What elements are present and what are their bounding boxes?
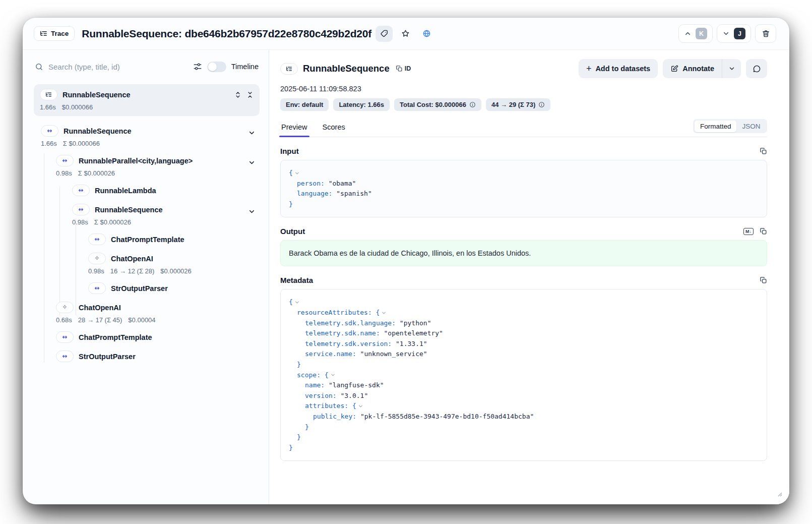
output-section-title: Output [280,227,305,236]
filter-sliders-icon[interactable] [193,62,202,71]
span-cost-sum: Σ $0.000026 [78,169,115,177]
collapse-all-icon[interactable] [246,91,254,98]
env-badge: Env: default [280,98,329,111]
metadata-json-viewer: { resourceAttributes: { telemetry.sdk.la… [280,289,767,461]
span-duration: 0.98s [56,169,72,177]
span-arrows-icon [61,334,68,340]
tags-button[interactable] [376,26,393,42]
sparkle-icon [61,304,68,311]
tree-row-chatopenai-2[interactable]: ChatOpenAI 0.68s 28 → 17 (Σ 45) $0.00004 [34,298,260,327]
copy-icon [396,65,403,72]
span-name: StrOutputParser [111,284,168,293]
kbd-hint-k: K [696,28,707,39]
trace-badge-label: Trace [51,30,69,37]
tree-row-runnablelambda[interactable]: RunnableLambda [34,181,260,200]
chevron-down-icon [722,30,730,37]
span-duration: 0.68s [56,316,72,324]
page-title: RunnableSequence: dbe646b2b67957d22e8780… [82,28,371,40]
trash-icon [762,29,770,38]
chevron-down-icon[interactable] [248,208,256,215]
span-tokens: 28 → 17 (Σ 45) [78,316,122,324]
chevron-down-icon[interactable] [248,129,256,137]
input-section: Input { person: "obama" language: "spani… [280,147,767,217]
list-tree-icon [40,30,47,37]
tree-row-runnablesequence-nested[interactable]: RunnableSequence 0.98s Σ $0.000026 [34,200,260,229]
collapse-chevron-icon[interactable] [330,372,336,378]
input-json-viewer: { person: "obama" language: "spanish" } [280,160,767,217]
plus-icon: + [586,64,592,73]
tree-row-chatprompttemplate[interactable]: ChatPromptTemplate [34,229,260,249]
search-input[interactable] [48,63,188,71]
info-icon[interactable] [469,101,476,108]
span-arrows-icon [61,157,68,164]
info-icon[interactable] [538,101,545,108]
add-to-datasets-label: Add to datasets [595,65,650,73]
span-tokens: 16 → 12 (Σ 28) [110,267,155,275]
search-icon [35,63,43,71]
chevron-up-icon [684,30,692,37]
detail-tabs: Preview Scores Formatted JSON [280,119,767,137]
trace-badge-pill [280,63,298,75]
span-name: ChatPromptTemplate [111,236,184,244]
trace-root-card[interactable]: RunnableSequence 1.66s $0.000066 [34,84,260,116]
tree-row-chatprompttemplate-2[interactable]: ChatPromptTemplate [34,327,260,346]
span-name: StrOutputParser [79,353,136,361]
bookmark-button[interactable] [397,26,414,42]
collapse-chevron-icon[interactable] [294,300,300,305]
tree-row-stroutputparser-2[interactable]: StrOutputParser [34,346,260,366]
tab-preview[interactable]: Preview [280,120,308,137]
span-cost: $0.000026 [160,267,191,275]
tree-row-chatopenai[interactable]: ChatOpenAI 0.98s 16 → 12 (Σ 28) $0.00002… [34,249,260,278]
token-usage-badge: 44 → 29 (Σ 73) [486,98,550,111]
metadata-section-title: Metadata [280,276,313,284]
collapse-chevron-icon[interactable] [381,310,387,316]
delete-trace-button[interactable] [755,24,776,43]
copy-icon[interactable] [760,227,767,235]
format-option-formatted[interactable]: Formatted [695,121,737,132]
list-tree-icon [45,91,52,98]
kbd-hint-j: J [734,28,745,39]
timeline-label: Timeline [231,63,259,71]
span-name: RunnableSequence [64,127,132,135]
chevron-down-icon[interactable] [248,159,256,166]
copy-id-button[interactable]: ID [396,65,411,72]
span-name: RunnableLambda [95,187,156,195]
publish-button[interactable] [418,26,435,42]
tree-row-runnableparallel[interactable]: RunnableParallel<city,language> 0.98s Σ … [34,151,260,181]
output-text: Barack Obama es de la ciudad de Chicago,… [289,249,531,257]
annotate-button[interactable]: Annotate [663,59,722,78]
collapse-chevron-icon[interactable] [294,170,300,176]
tab-scores[interactable]: Scores [322,120,346,137]
resize-handle[interactable] [777,492,783,497]
collapse-chevron-icon[interactable] [358,403,363,409]
add-to-datasets-button[interactable]: + Add to datasets [579,59,658,78]
annotate-dropdown-button[interactable] [722,59,741,78]
copy-icon[interactable] [760,276,767,284]
span-cost: $0.00004 [128,316,155,324]
tree-row-runnablesequence[interactable]: RunnableSequence 1.66s Σ $0.000066 [34,121,260,151]
star-icon [401,29,410,38]
comments-button[interactable] [746,59,767,78]
trace-header: Trace RunnableSequence: dbe646b2b67957d2… [23,18,789,50]
span-type-pill [56,351,74,362]
id-label: ID [405,65,411,72]
tree-row-stroutputparser[interactable]: StrOutputParser [34,278,260,298]
input-section-title: Input [280,147,299,155]
app-window: Trace RunnableSequence: dbe646b2b67957d2… [23,18,789,504]
span-arrows-icon [78,206,84,213]
generation-type-pill [56,302,74,313]
timeline-toggle[interactable] [207,62,226,72]
next-trace-button[interactable]: J [717,24,751,43]
span-duration: 0.98s [88,267,104,275]
metadata-section: Metadata { resourceAttributes: { telemet… [280,276,767,461]
copy-icon[interactable] [760,147,767,155]
observation-title: RunnableSequence [303,63,390,74]
format-toggle: Formatted JSON [693,119,767,133]
expand-all-icon[interactable] [234,91,241,98]
format-option-json[interactable]: JSON [736,121,766,132]
span-arrows-icon [61,353,68,360]
markdown-toggle-icon[interactable]: M↓ [743,228,754,235]
span-type-pill [56,155,74,166]
tag-icon [380,29,389,38]
previous-trace-button[interactable]: K [678,24,713,43]
